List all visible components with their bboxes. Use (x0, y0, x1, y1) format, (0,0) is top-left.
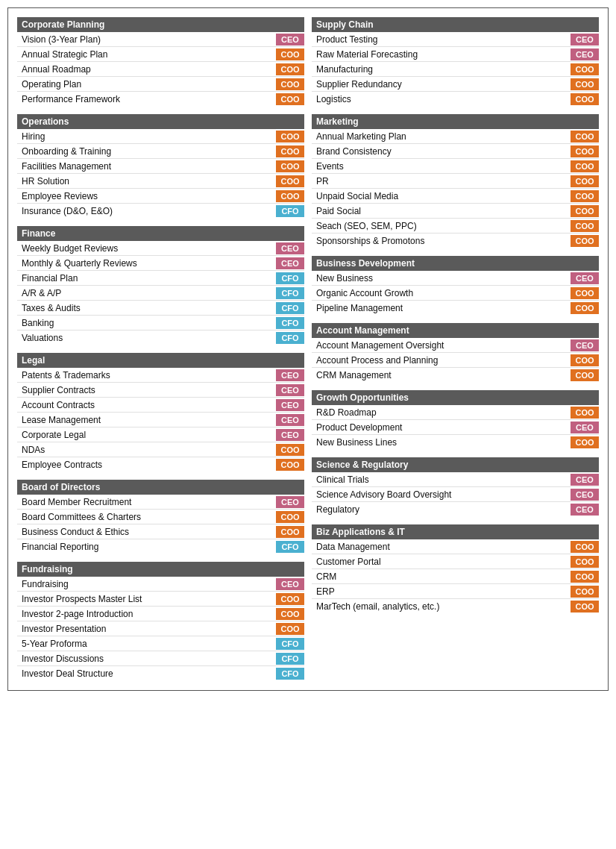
table-row: Customer PortalCOO (312, 554, 599, 569)
role-badge: COO (571, 369, 599, 381)
role-badge: CEO (276, 496, 304, 508)
table-row: Insurance (D&O, E&O)CFO (17, 204, 304, 219)
row-label: Clinical Trials (312, 473, 571, 486)
section-header: Business Development (312, 256, 599, 271)
role-badge: CEO (276, 369, 304, 381)
row-label: Board Member Recruitment (17, 495, 276, 509)
table-row: Supplier RedundancyCOO (312, 77, 599, 92)
row-label: MarTech (email, analytics, etc.) (312, 600, 571, 613)
role-badge: CEO (276, 414, 304, 426)
row-label: Investor Discussions (17, 652, 276, 665)
row-label: Annual Roadmap (17, 63, 276, 76)
row-label: Customer Portal (312, 555, 571, 568)
role-badge: CFO (276, 272, 304, 284)
table-row: Employee ReviewsCOO (17, 189, 304, 204)
table-row: Lease ManagementCEO (17, 413, 304, 427)
table-row: Product DevelopmentCEO (312, 420, 599, 435)
section-header: Finance (17, 226, 304, 241)
table-row: Raw Material ForecastingCEO (312, 47, 599, 62)
role-badge: CEO (571, 504, 599, 516)
role-badge: CFO (276, 653, 304, 665)
role-badge: CFO (276, 668, 304, 680)
section-header: Supply Chain (312, 17, 599, 32)
role-badge: COO (276, 48, 304, 60)
row-label: Patents & Trademarks (17, 369, 276, 382)
row-label: Onboarding & Training (17, 145, 276, 158)
row-label: Logistics (312, 93, 571, 106)
table-row: Supplier ContractsCEO (17, 383, 304, 398)
role-badge: COO (571, 93, 599, 105)
row-label: Organic Account Growth (312, 286, 571, 300)
row-label: Employee Reviews (17, 189, 276, 203)
role-badge: COO (571, 78, 599, 90)
row-label: Supplier Redundancy (312, 78, 571, 91)
row-label: Monthly & Quarterly Reviews (17, 257, 276, 270)
table-row: ValuationsCFO (17, 330, 304, 345)
table-row: Monthly & Quarterly ReviewsCEO (17, 256, 304, 271)
table-row: Brand ConsistencyCOO (312, 144, 599, 159)
role-badge: CEO (276, 257, 304, 269)
row-label: ERP (312, 585, 571, 598)
table-row: RegulatoryCEO (312, 502, 599, 517)
section-fundraising: FundraisingFundraisingCEOInvestor Prospe… (17, 562, 304, 681)
role-badge: CEO (276, 242, 304, 254)
role-badge: CEO (571, 422, 599, 433)
table-row: Board Committees & ChartersCOO (17, 510, 304, 524)
role-badge: CEO (276, 578, 304, 590)
role-badge: COO (571, 407, 599, 419)
role-badge: CEO (276, 384, 304, 396)
row-label: Seach (SEO, SEM, PPC) (312, 219, 571, 233)
table-row: New Business LinesCOO (312, 435, 599, 450)
row-label: Corporate Legal (17, 428, 276, 442)
table-row: Paid SocialCOO (312, 204, 599, 219)
row-label: Banking (17, 316, 276, 330)
table-row: Onboarding & TrainingCOO (17, 144, 304, 159)
role-badge: COO (571, 541, 599, 553)
table-row: HR SolutionCOO (17, 174, 304, 189)
role-badge: COO (571, 160, 599, 172)
role-badge: CFO (276, 638, 304, 650)
row-label: Raw Material Forecasting (312, 48, 571, 61)
section-header: Operations (17, 114, 304, 129)
role-badge: CEO (276, 429, 304, 441)
role-badge: COO (571, 190, 599, 202)
row-label: Board Committees & Charters (17, 510, 276, 524)
row-label: Financial Plan (17, 272, 276, 285)
row-label: Supplier Contracts (17, 383, 276, 397)
row-label: Brand Consistency (312, 145, 571, 158)
table-row: NDAsCOO (17, 442, 304, 457)
row-label: Business Conduct & Ethics (17, 525, 276, 539)
table-row: Financial ReportingCFO (17, 539, 304, 554)
role-badge: CFO (276, 287, 304, 299)
section-header: Fundraising (17, 562, 304, 577)
table-row: Business Conduct & EthicsCOO (17, 524, 304, 539)
table-row: PRCOO (312, 174, 599, 189)
role-badge: CEO (276, 399, 304, 411)
table-row: Performance FrameworkCOO (17, 92, 304, 107)
role-badge: COO (571, 63, 599, 75)
left-column: Corporate PlanningVision (3-Year Plan)CE… (17, 17, 304, 681)
table-row: Employee ContractsCOO (17, 457, 304, 472)
table-row: 5-Year ProformaCFO (17, 636, 304, 651)
row-label: New Business (312, 272, 571, 285)
table-row: BankingCFO (17, 316, 304, 330)
row-label: Unpaid Social Media (312, 189, 571, 203)
table-row: Account Management OversightCEO (312, 338, 599, 353)
table-row: Science Advisory Board OversightCEO (312, 487, 599, 502)
section-supply-chain: Supply ChainProduct TestingCEORaw Materi… (312, 17, 599, 107)
row-label: Regulatory (312, 503, 571, 516)
row-label: Investor 2-page Introduction (17, 607, 276, 621)
row-label: Account Contracts (17, 398, 276, 412)
row-label: Events (312, 160, 571, 173)
table-row: CRM ManagementCOO (312, 368, 599, 383)
row-label: Paid Social (312, 204, 571, 218)
section-header: Biz Applications & IT (312, 524, 599, 539)
row-label: Facilities Management (17, 160, 276, 173)
role-badge: CEO (571, 489, 599, 501)
table-row: R&D RoadmapCOO (312, 405, 599, 420)
section-header: Board of Directors (17, 480, 304, 495)
role-badge: CFO (276, 302, 304, 314)
row-label: NDAs (17, 443, 276, 457)
section-legal: LegalPatents & TrademarksCEOSupplier Con… (17, 353, 304, 472)
table-row: Clinical TrialsCEO (312, 472, 599, 487)
